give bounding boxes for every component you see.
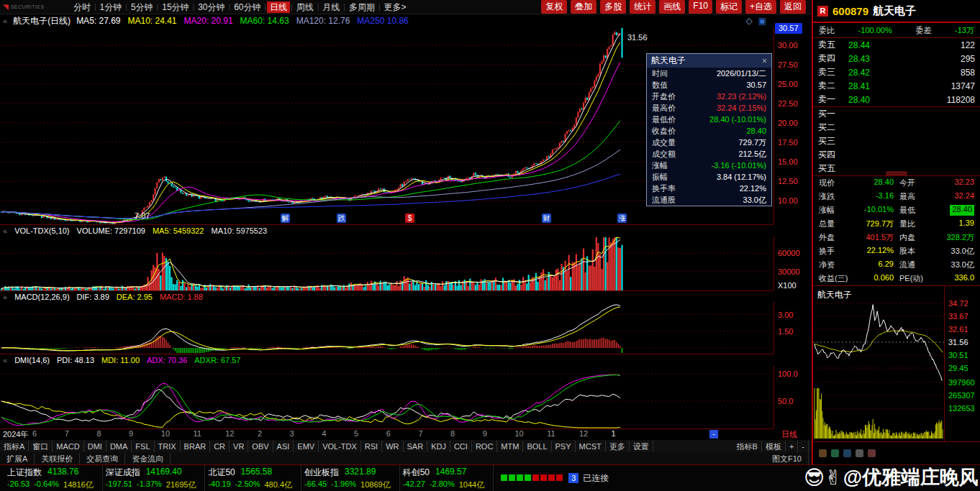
- tab-设置[interactable]: 设置: [630, 441, 653, 452]
- bid-row[interactable]: 买三: [813, 134, 980, 148]
- event-marker-解[interactable]: 解: [281, 214, 290, 223]
- queue-drag-handle[interactable]: [886, 171, 907, 175]
- tab-KDJ[interactable]: KDJ: [427, 441, 450, 452]
- tab-窗口[interactable]: 窗口: [29, 441, 53, 452]
- period-周线[interactable]: 周线: [294, 1, 317, 13]
- timeline-axis[interactable]: 2024年6789101112234567891011121 - 日线: [0, 428, 812, 441]
- bid-row[interactable]: 买二: [813, 121, 980, 134]
- tab--[interactable]: -: [798, 441, 809, 452]
- period-30分钟[interactable]: 30分钟: [195, 1, 227, 13]
- tooltip-row-label: 最低价: [652, 114, 676, 125]
- ask-row[interactable]: 卖四28.43295: [813, 52, 980, 65]
- tab-指标B[interactable]: 指标B: [733, 441, 762, 452]
- toolbar-icon[interactable]: [831, 449, 839, 457]
- tab-DMA[interactable]: DMA: [106, 441, 132, 452]
- tool-多股[interactable]: 多股: [600, 0, 626, 14]
- collapse-panel-icon[interactable]: «: [3, 226, 7, 235]
- stat-label: 外盘: [819, 232, 835, 243]
- ask-row[interactable]: 卖三28.42858: [813, 65, 980, 79]
- tab-扩展A[interactable]: 扩展A: [0, 453, 35, 464]
- toolbar-icon[interactable]: [856, 449, 863, 457]
- tab-VOL-TDX[interactable]: VOL-TDX: [319, 441, 361, 452]
- tool-叠加[interactable]: 叠加: [571, 0, 596, 14]
- event-marker-涨[interactable]: 涨: [617, 214, 627, 223]
- tab-TRIX[interactable]: TRIX: [155, 441, 181, 452]
- collapse-panel-icon[interactable]: «: [3, 356, 7, 364]
- tab-资金流向[interactable]: 资金流向: [125, 453, 171, 464]
- tab-WR[interactable]: WR: [382, 441, 403, 452]
- tool-统计[interactable]: 统计: [630, 0, 655, 14]
- event-marker-跌[interactable]: 跌: [337, 214, 346, 223]
- period-15分钟[interactable]: 15分钟: [159, 1, 191, 13]
- main-candlestick-chart[interactable]: 7.07 31.56 解跌$财涨 航天电子 × 时间2026/01/13/二数值…: [0, 27, 773, 225]
- tool-+自选[interactable]: +自选: [745, 0, 776, 14]
- tab-EMV[interactable]: EMV: [294, 441, 319, 452]
- tab-指标A[interactable]: 指标A: [0, 441, 29, 452]
- tool-画线[interactable]: 画线: [659, 0, 685, 14]
- tool-F10[interactable]: F10: [689, 0, 712, 14]
- period-更多>[interactable]: 更多>: [381, 1, 409, 13]
- tool-返回[interactable]: 返回: [780, 0, 806, 14]
- ask-row[interactable]: 卖五28.44122: [813, 38, 980, 52]
- close-icon[interactable]: ×: [762, 56, 767, 66]
- tool-复权[interactable]: 复权: [541, 0, 567, 14]
- macd-tick: 1.50: [778, 327, 793, 336]
- r-marker-badge: R: [817, 6, 828, 17]
- macd-chart[interactable]: [0, 302, 773, 354]
- tool-标记[interactable]: 标记: [716, 0, 742, 14]
- tab-FSL[interactable]: FSL: [132, 441, 154, 452]
- pane-layout-icon[interactable]: ▣: [758, 16, 766, 26]
- tab-交易查询[interactable]: 交易查询: [80, 453, 125, 464]
- tdx-trading-app: ◥ SECURITIES 分时|1分钟|5分钟|15分钟|30分钟|60分钟|日…: [0, 0, 980, 491]
- tab-CCI[interactable]: CCI: [450, 441, 472, 452]
- volume-chart[interactable]: [0, 236, 773, 291]
- heat-block: [501, 474, 507, 481]
- index-quotes: 上证指数4138.76-26.53-0.64%14816亿深证成指14169.4…: [4, 465, 494, 491]
- tab-BRAR[interactable]: BRAR: [181, 441, 211, 452]
- stat-value: -3.16: [876, 191, 894, 202]
- collapse-panel-icon[interactable]: «: [3, 293, 7, 301]
- event-marker-财[interactable]: 财: [542, 214, 551, 223]
- tab-ASI[interactable]: ASI: [273, 441, 294, 452]
- bid-row[interactable]: 买一: [813, 107, 980, 121]
- tab-CR[interactable]: CR: [210, 441, 230, 452]
- tab-模板[interactable]: 模板: [762, 441, 786, 452]
- tab-SAR[interactable]: SAR: [404, 441, 428, 452]
- tab-图文F10[interactable]: 图文F10: [766, 453, 809, 464]
- tab-DMI[interactable]: DMI: [84, 441, 106, 452]
- toolbar-icon[interactable]: [819, 449, 827, 457]
- tab-RSI[interactable]: RSI: [361, 441, 382, 452]
- stat-value: 401.5万: [866, 232, 894, 243]
- toolbar-icon[interactable]: [868, 449, 876, 457]
- weibi-row: 委比 -100.00% 委差 -13万: [813, 23, 980, 38]
- tab-VR[interactable]: VR: [230, 441, 248, 452]
- stat-value: 28.40: [950, 205, 974, 216]
- ask-row[interactable]: 卖一28.40118208: [813, 93, 980, 106]
- period-60分钟[interactable]: 60分钟: [231, 1, 263, 13]
- collapse-panel-icon[interactable]: «: [3, 17, 7, 25]
- toolbar-icon[interactable]: [843, 449, 851, 457]
- dmi-chart[interactable]: [0, 365, 773, 429]
- period-1分钟[interactable]: 1分钟: [97, 1, 125, 13]
- tab-ROC[interactable]: ROC: [472, 441, 497, 452]
- tab-MCST[interactable]: MCST: [576, 441, 606, 452]
- tab-关联报价[interactable]: 关联报价: [35, 453, 80, 464]
- tab-PSY[interactable]: PSY: [552, 441, 576, 452]
- tab-MACD[interactable]: MACD: [53, 441, 83, 452]
- period-日线[interactable]: 日线: [267, 1, 290, 13]
- tab-+[interactable]: +: [786, 441, 798, 452]
- period-分时[interactable]: 分时: [71, 1, 94, 13]
- tab-更多[interactable]: 更多: [606, 441, 630, 452]
- tab-BOLL[interactable]: BOLL: [523, 441, 551, 452]
- period-月线[interactable]: 月线: [319, 1, 342, 13]
- event-marker-$[interactable]: $: [405, 214, 414, 223]
- ask-row[interactable]: 卖二28.4113747: [813, 79, 980, 93]
- period-5分钟[interactable]: 5分钟: [128, 1, 156, 13]
- collapse-timeline-button[interactable]: -: [709, 430, 718, 439]
- favorite-diamond-icon[interactable]: ◇: [745, 16, 752, 26]
- tab-MTM[interactable]: MTM: [497, 441, 523, 452]
- bid-row[interactable]: 买四: [813, 148, 980, 162]
- tab-OBV[interactable]: OBV: [248, 441, 273, 452]
- period-多周期[interactable]: 多周期: [346, 1, 378, 13]
- mini-intraday-chart[interactable]: 航天电子 34.7233.6732.6131.5630.5129.4539796…: [813, 286, 980, 441]
